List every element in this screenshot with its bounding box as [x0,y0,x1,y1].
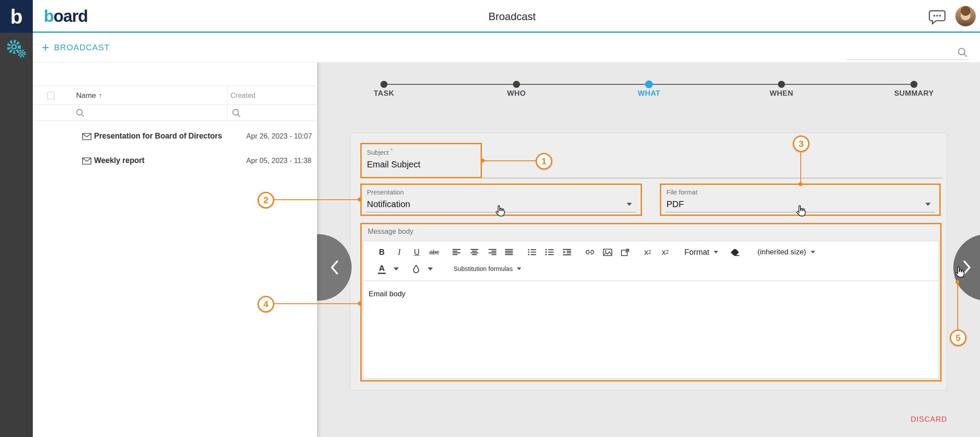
italic-button[interactable]: I [391,245,408,260]
annotation-line-1 [484,160,536,161]
chevron-down-icon [714,251,718,253]
list-filter-row [33,105,317,121]
indent-button[interactable] [558,245,576,260]
sort-ascending-icon: ↑ [98,92,102,100]
chevron-down-icon [811,251,815,253]
numbered-list-button[interactable] [541,245,558,260]
subject-field[interactable]: Subject * Email Subject [362,144,481,177]
search-input[interactable] [847,45,952,58]
chevron-down-icon [517,267,521,270]
name-column-header[interactable]: Name ↑ [76,86,102,105]
align-justify-button[interactable] [501,245,518,260]
step-dot-summary[interactable] [910,81,917,88]
list-item-weekly-report[interactable]: Weekly report Apr 05, 2023 - 11:38 [33,149,317,173]
align-left-button[interactable] [448,245,466,260]
bold-button[interactable]: B [373,245,391,260]
new-broadcast-label: BROADCAST [54,43,110,52]
align-center-button[interactable] [466,245,483,260]
step-label-who[interactable]: WHO [507,89,526,98]
presentation-label: Presentation [367,188,635,196]
left-rail [0,33,33,437]
created-filter-input[interactable] [232,108,241,118]
chevron-down-icon [925,203,931,206]
insert-template-button[interactable] [616,245,634,260]
format-dropdown[interactable]: Format [682,245,721,260]
step-dot-when[interactable] [778,81,785,88]
envelope-icon [82,133,91,140]
annotation-callout-1: 1 [536,153,552,170]
subject-value: Email Subject [367,160,475,170]
global-search-field[interactable] [847,45,969,60]
presentation-value: Notification [367,199,410,209]
step-dot-task[interactable] [380,81,387,88]
discard-button[interactable]: DISCARD [910,415,947,424]
chevron-left-icon[interactable] [328,259,341,276]
step-label-task[interactable]: TASK [373,89,394,98]
step-label-summary[interactable]: SUMMARY [894,89,934,98]
annotation-line-3 [800,153,801,185]
file-format-value: PDF [666,199,684,209]
list-item-presentation[interactable]: Presentation for Board of Directors Apr … [33,125,317,148]
board-logo-icon[interactable]: b [0,0,33,33]
user-avatar[interactable] [955,6,976,27]
search-icon [957,47,968,58]
plus-icon: + [42,41,50,54]
list-item-created: Apr 05, 2023 - 11:38 [246,156,311,165]
background-color-dropdown[interactable] [425,261,436,276]
step-label-what[interactable]: WHAT [638,89,660,98]
bullet-list-button[interactable] [523,245,541,260]
board-logo-text[interactable]: board [44,7,88,26]
annotation-callout-4: 4 [258,296,274,312]
underline-button[interactable]: U [408,245,425,260]
step-dot-who[interactable] [513,81,520,88]
message-body-label: Message body [368,228,413,236]
cursor-hand-icon [495,205,506,218]
rich-text-editor: B I U abc [363,241,939,379]
highlight-box-subject: Subject * Email Subject [360,143,482,178]
envelope-icon [82,157,91,165]
annotation-dot-5 [956,280,959,284]
strikethrough-button[interactable]: abc [425,245,443,260]
link-button[interactable] [581,245,599,260]
editor-toolbar: B I U abc [363,241,938,281]
insert-image-button[interactable] [599,245,616,260]
font-color-dropdown[interactable] [391,261,402,276]
annotation-dot-3 [799,182,802,186]
what-step-card: Subject * Email Subject Presentation Not… [350,132,947,390]
annotation-dot-1 [481,159,485,163]
font-color-button[interactable]: A [373,261,391,276]
required-asterisk: * [391,148,392,153]
step-dot-what[interactable] [645,80,653,88]
annotation-callout-5: 5 [950,329,966,346]
highlight-box-message-body: Message body B I U abc [360,223,942,382]
list-item-created: Apr 26, 2023 - 10:07 [246,132,312,140]
board-logo-letter: b [10,7,22,27]
background-color-button[interactable] [407,261,425,276]
speech-bubble-icon [929,10,945,24]
cursor-hand-icon [796,205,807,218]
settings-gears-icon[interactable] [6,39,26,58]
message-body-input[interactable]: Email body [363,281,938,307]
subscript-button[interactable]: x2 [639,245,656,260]
annotation-dot-4 [358,302,362,305]
chat-button[interactable] [929,10,946,24]
align-right-button[interactable] [483,245,501,260]
annotation-line-5 [957,282,958,329]
annotation-callout-3: 3 [793,135,809,152]
remove-format-button[interactable] [726,245,743,260]
annotation-callout-2: 2 [258,192,274,208]
name-filter-input[interactable] [76,108,85,118]
created-column-header[interactable]: Created [230,86,255,105]
list-item-name: Weekly report [94,156,144,165]
substitution-formulas-dropdown[interactable]: Substitution formulas [451,261,524,276]
list-item-name: Presentation for Board of Directors [94,132,222,141]
annotation-dot-2 [358,198,362,201]
cursor-hand-icon [955,266,966,280]
step-label-when[interactable]: WHEN [770,89,793,98]
new-broadcast-button[interactable]: + BROADCAST [42,33,110,62]
superscript-button[interactable]: x2 [656,245,674,260]
file-format-label: File format [666,188,934,196]
select-all-checkbox[interactable] [47,92,55,99]
font-size-dropdown[interactable]: (inherited size) [755,245,818,260]
broadcast-list-panel: Name ↑ Created Presentation for Board of… [33,62,317,437]
